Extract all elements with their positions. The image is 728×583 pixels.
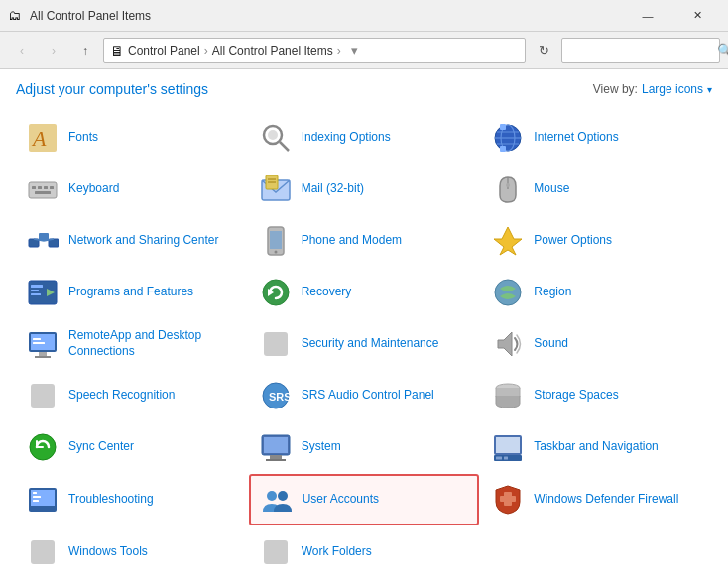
item-troubleshooting[interactable]: Troubleshooting (16, 474, 247, 525)
internet-options-icon (490, 120, 526, 156)
sound-label: Sound (534, 336, 568, 352)
windows-defender-label: Windows Defender Firewall (534, 492, 678, 508)
mouse-icon (490, 172, 526, 207)
work-folders-icon (258, 534, 294, 570)
svg-rect-34 (31, 285, 43, 288)
phone-modem-icon (258, 223, 294, 259)
content-header: Adjust your computer's settings View by:… (16, 81, 712, 97)
item-keyboard[interactable]: Keyboard (16, 165, 247, 214)
work-folders-label: Work Folders (302, 544, 372, 560)
svg-point-67 (267, 491, 277, 501)
item-sound[interactable]: Sound (481, 319, 712, 369)
back-button[interactable]: ‹ (8, 37, 36, 64)
fonts-label: Fonts (68, 130, 98, 146)
speech-recognition-label: Speech Recognition (68, 388, 175, 404)
user-accounts-label: User Accounts (303, 492, 379, 508)
recovery-icon (258, 275, 294, 310)
title-bar-controls: — ✕ (625, 0, 720, 32)
item-phone-modem[interactable]: Phone and Modem (249, 216, 480, 266)
address-dropdown-arrow[interactable]: ▾ (351, 43, 358, 58)
taskbar-navigation-label: Taskbar and Navigation (534, 439, 658, 455)
svg-rect-72 (264, 540, 288, 564)
system-label: System (302, 439, 341, 455)
internet-options-label: Internet Options (534, 130, 618, 146)
svg-rect-13 (32, 186, 36, 189)
storage-spaces-icon (490, 378, 526, 413)
close-button[interactable]: ✕ (674, 0, 720, 32)
item-indexing-options[interactable]: Indexing Options (249, 113, 480, 163)
svg-rect-10 (500, 124, 506, 130)
network-sharing-icon (25, 223, 61, 259)
item-recovery[interactable]: Recovery (249, 268, 480, 317)
item-taskbar-navigation[interactable]: Taskbar and Navigation (481, 422, 712, 472)
indexing-options-label: Indexing Options (302, 130, 391, 146)
item-mouse[interactable]: Mouse (481, 165, 712, 214)
svg-rect-60 (496, 457, 502, 460)
item-fonts[interactable]: AFonts (16, 113, 247, 163)
sync-center-icon (25, 429, 61, 465)
power-options-label: Power Options (534, 233, 612, 249)
view-by-arrow[interactable]: ▾ (707, 84, 712, 95)
item-region[interactable]: Region (481, 268, 712, 317)
item-programs-features[interactable]: Programs and Features (16, 268, 247, 317)
item-work-folders[interactable]: Work Folders (249, 527, 480, 577)
programs-features-label: Programs and Features (68, 285, 193, 300)
srs-audio-label: SRS Audio Control Panel (302, 388, 434, 404)
svg-rect-71 (31, 540, 55, 564)
address-icon: 🖥 (110, 43, 124, 58)
sync-center-label: Sync Center (68, 439, 134, 455)
item-speech-recognition[interactable]: Speech Recognition (16, 371, 247, 420)
refresh-button[interactable]: ↻ (530, 37, 557, 64)
item-mail[interactable]: Mail (32-bit) (249, 165, 480, 214)
item-network-sharing[interactable]: Network and Sharing Center (16, 216, 247, 266)
mouse-label: Mouse (534, 181, 569, 197)
mail-icon (258, 172, 294, 207)
item-storage-spaces[interactable]: Storage Spaces (481, 371, 712, 420)
svg-rect-44 (35, 356, 51, 358)
svg-point-38 (263, 280, 289, 305)
svg-rect-11 (500, 146, 506, 152)
programs-features-icon (25, 275, 61, 310)
svg-rect-17 (35, 191, 51, 194)
search-input[interactable] (568, 44, 717, 58)
svg-rect-65 (33, 496, 41, 498)
phone-modem-label: Phone and Modem (302, 233, 402, 249)
item-windows-tools[interactable]: Windows Tools (16, 527, 247, 577)
svg-rect-36 (31, 293, 41, 295)
svg-point-4 (268, 130, 278, 140)
path-all-items[interactable]: All Control Panel Items (212, 44, 333, 58)
content-area: Adjust your computer's settings View by:… (0, 69, 728, 583)
item-power-options[interactable]: Power Options (481, 216, 712, 266)
view-by-value[interactable]: Large icons (642, 82, 703, 96)
item-sync-center[interactable]: Sync Center (16, 422, 247, 472)
search-box[interactable]: 🔍 (561, 38, 720, 63)
view-by-control: View by: Large icons ▾ (593, 82, 712, 96)
up-button[interactable]: ↑ (71, 37, 99, 64)
svg-point-31 (274, 251, 277, 254)
remoteapp-label: RemoteApp and Desktop Connections (68, 328, 238, 359)
path-control-panel[interactable]: Control Panel (128, 44, 200, 58)
svg-text:A: A (31, 126, 47, 151)
item-security-maintenance[interactable]: Security and Maintenance (249, 319, 480, 369)
svg-rect-70 (500, 496, 516, 502)
svg-rect-30 (270, 231, 282, 249)
title-bar-text: All Control Panel Items (30, 9, 625, 23)
indexing-options-icon (258, 120, 294, 156)
minimize-button[interactable]: — (625, 0, 670, 32)
item-windows-defender[interactable]: Windows Defender Firewall (481, 474, 712, 525)
item-internet-options[interactable]: Internet Options (481, 113, 712, 163)
windows-tools-label: Windows Tools (68, 544, 148, 560)
nav-bar: ‹ › ↑ 🖥 Control Panel › All Control Pane… (0, 32, 728, 69)
item-srs-audio[interactable]: SRSSRS Audio Control Panel (249, 371, 480, 420)
svg-line-3 (280, 142, 289, 151)
security-maintenance-label: Security and Maintenance (302, 336, 439, 352)
adjust-settings-text: Adjust your computer's settings (16, 81, 208, 97)
items-grid: AFontsIndexing OptionsInternet OptionsKe… (16, 113, 712, 577)
item-user-accounts[interactable]: User Accounts (249, 474, 480, 525)
item-system[interactable]: System (249, 422, 480, 472)
network-sharing-label: Network and Sharing Center (68, 233, 218, 249)
address-bar[interactable]: 🖥 Control Panel › All Control Panel Item… (103, 38, 526, 63)
item-remoteapp[interactable]: RemoteApp and Desktop Connections (16, 319, 247, 369)
svg-rect-43 (39, 352, 47, 356)
forward-button[interactable]: › (40, 37, 67, 64)
